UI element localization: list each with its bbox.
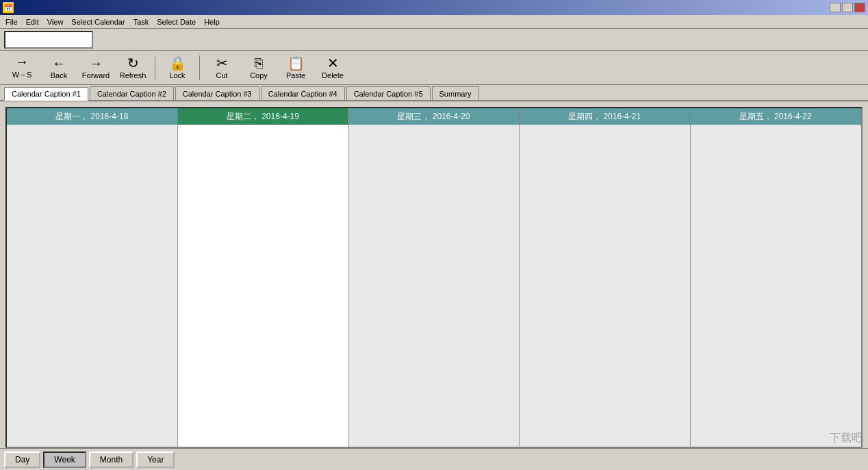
minimize-button[interactable] xyxy=(830,3,841,12)
view-btn-week[interactable]: Week xyxy=(43,452,86,468)
toolbar: →W－S←Back→Forward↻Refresh🔒Lock✂Cut⎘Copy📋… xyxy=(0,51,868,85)
toolbar-btn-lock[interactable]: 🔒Lock xyxy=(159,53,195,82)
cal-col-header-fri: 星期五， 2016-4-22 xyxy=(690,108,861,125)
view-btn-year[interactable]: Year xyxy=(136,452,175,468)
copy-label: Copy xyxy=(250,71,268,79)
view-btn-month[interactable]: Month xyxy=(89,452,133,468)
cal-col-body-wed[interactable] xyxy=(349,125,520,447)
cal-col-header-thu: 星期四， 2016-4-21 xyxy=(520,108,691,125)
delete-icon: ✕ xyxy=(327,56,339,70)
cal-col-header-wed: 星期三， 2016-4-20 xyxy=(348,108,520,125)
paste-icon: 📋 xyxy=(288,56,305,70)
current-date-display xyxy=(4,31,93,49)
app-icon: 📅 xyxy=(3,2,14,13)
toolbar-btn-forward[interactable]: →Forward xyxy=(78,53,114,82)
lock-label: Lock xyxy=(169,71,185,79)
toolbar-separator-4 xyxy=(155,55,155,80)
bottom-bar: DayWeekMonthYear xyxy=(0,448,868,470)
menu-bar: FileEditViewSelect CalendarTaskSelect Da… xyxy=(0,15,868,29)
menu-item-view[interactable]: View xyxy=(43,16,68,27)
menu-item-file[interactable]: File xyxy=(1,16,22,27)
cal-col-body-thu[interactable] xyxy=(520,125,691,447)
cal-col-body-tue[interactable] xyxy=(178,125,349,447)
menu-item-select-date[interactable]: Select Date xyxy=(153,16,200,27)
title-bar-buttons xyxy=(830,3,865,12)
menu-item-select-calendar[interactable]: Select Calendar xyxy=(67,16,129,27)
cal-col-header-tue: 星期二， 2016-4-19 xyxy=(178,108,349,125)
toolbar-btn-ws[interactable]: →W－S xyxy=(4,53,40,82)
toolbar-separator-5 xyxy=(199,55,200,80)
delete-label: Delete xyxy=(322,71,344,79)
toolbar-btn-delete[interactable]: ✕Delete xyxy=(315,53,350,82)
paste-label: Paste xyxy=(286,71,305,79)
tab-bar: Calendar Caption #1Calendar Caption #2Ca… xyxy=(0,85,868,101)
cal-col-header-mon: 星期一， 2016-4-18 xyxy=(7,108,178,125)
ws-label: W－S xyxy=(12,70,32,80)
close-button[interactable] xyxy=(854,3,865,12)
tab-summary[interactable]: Summary xyxy=(432,86,479,100)
cut-icon: ✂ xyxy=(216,56,228,70)
refresh-icon: ↻ xyxy=(127,56,139,70)
menu-item-task[interactable]: Task xyxy=(129,16,153,27)
title-bar-left: 📅 xyxy=(3,2,16,13)
ws-icon: → xyxy=(15,55,29,69)
cal-col-body-fri[interactable] xyxy=(691,125,861,447)
copy-icon: ⎘ xyxy=(255,56,263,70)
cal-col-body-mon[interactable] xyxy=(7,125,178,447)
toolbar-btn-back[interactable]: ←Back xyxy=(41,53,77,82)
view-btn-day[interactable]: Day xyxy=(4,452,40,468)
maximize-button[interactable] xyxy=(842,3,853,12)
menu-item-edit[interactable]: Edit xyxy=(22,16,43,27)
tab-tab5[interactable]: Calendar Caption #5 xyxy=(346,86,431,100)
toolbar-btn-copy[interactable]: ⎘Copy xyxy=(241,53,277,82)
forward-label: Forward xyxy=(82,71,110,79)
date-bar xyxy=(0,29,868,51)
menu-item-help[interactable]: Help xyxy=(200,16,224,27)
refresh-label: Refresh xyxy=(120,71,146,79)
calendar-area: 星期一， 2016-4-18星期二， 2016-4-19星期三， 2016-4-… xyxy=(5,107,863,448)
tab-tab2[interactable]: Calendar Caption #2 xyxy=(90,86,174,100)
calendar-header: 星期一， 2016-4-18星期二， 2016-4-19星期三， 2016-4-… xyxy=(7,108,861,125)
tab-tab1[interactable]: Calendar Caption #1 xyxy=(4,87,88,101)
toolbar-btn-refresh[interactable]: ↻Refresh xyxy=(115,53,151,82)
back-label: Back xyxy=(51,71,67,79)
toolbar-btn-cut[interactable]: ✂Cut xyxy=(204,53,240,82)
tab-tab3[interactable]: Calendar Caption #3 xyxy=(175,86,259,100)
tab-tab4[interactable]: Calendar Caption #4 xyxy=(261,86,345,100)
calendar-body xyxy=(7,125,861,447)
forward-icon: → xyxy=(89,56,103,70)
back-icon: ← xyxy=(52,56,66,70)
title-bar: 📅 xyxy=(0,0,868,15)
cut-label: Cut xyxy=(216,71,227,79)
toolbar-btn-paste[interactable]: 📋Paste xyxy=(278,53,314,82)
lock-icon: 🔒 xyxy=(169,56,186,70)
